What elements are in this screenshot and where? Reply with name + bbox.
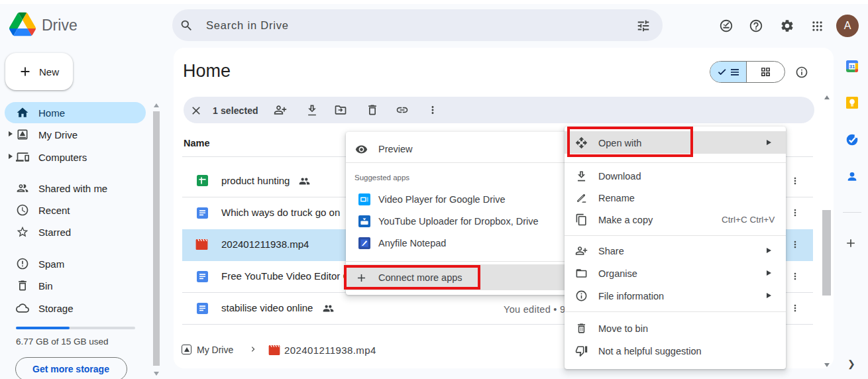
svg-text:31: 31 (849, 64, 855, 70)
